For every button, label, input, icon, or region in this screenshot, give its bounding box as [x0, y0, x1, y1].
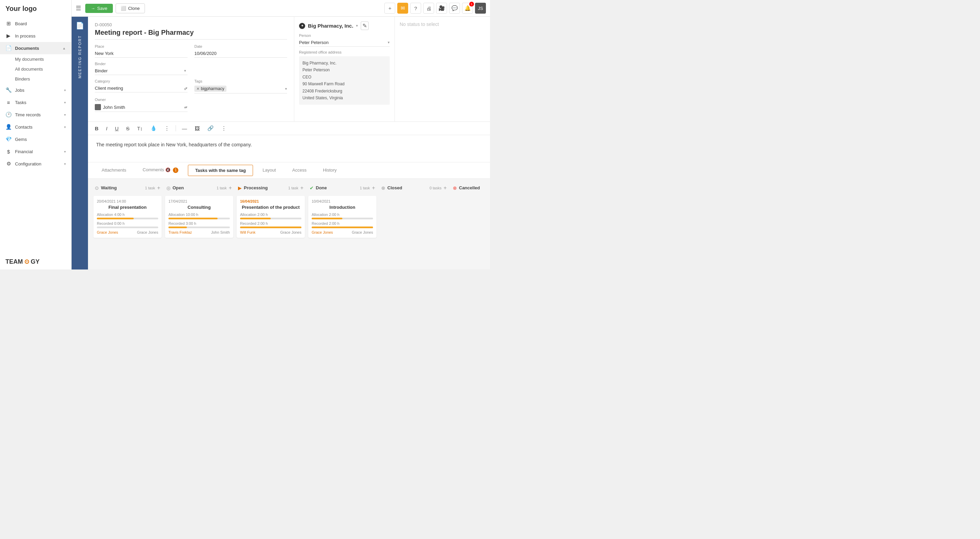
company-edit-icon[interactable]: ✎	[361, 21, 369, 30]
minus-button[interactable]: —	[181, 125, 189, 132]
kanban-col-header: ✔ Done 1 task +	[308, 183, 377, 193]
col-add-icon[interactable]: +	[372, 185, 375, 191]
menu-icon[interactable]: ☰	[76, 5, 81, 12]
card-title: Presentation of the product	[240, 205, 301, 210]
col-add-icon[interactable]: +	[301, 185, 304, 191]
editor-content[interactable]: The meeting report took place in New Yor…	[88, 135, 490, 163]
company-dot-icon: ✦	[299, 23, 305, 29]
card-person-left[interactable]: Travis Freklaz	[169, 230, 192, 234]
sidebar-item-timerecords[interactable]: 🕐 Time records ▾	[0, 108, 71, 121]
sidebar-item-label: Financial	[15, 149, 33, 154]
tag-remove-icon[interactable]: ✕	[196, 87, 199, 91]
mail-button[interactable]: ✉	[397, 3, 408, 14]
date-input[interactable]	[194, 49, 287, 57]
text-size-button[interactable]: T↕	[136, 125, 144, 132]
clone-icon: ⬜	[121, 6, 126, 11]
col-count: 1 task	[145, 186, 155, 190]
tab-tasks-same-tag[interactable]: Tasks with the same tag	[188, 165, 253, 176]
board-icon: ⊞	[5, 21, 11, 27]
tab-access[interactable]: Access	[284, 163, 315, 178]
sidebar-item-tasks[interactable]: ≡ Tasks ▾	[0, 96, 71, 108]
tab-layout[interactable]: Layout	[255, 163, 284, 178]
card-person-left[interactable]: Grace Jones	[97, 230, 118, 234]
app-logo: Your logo	[0, 0, 71, 18]
place-input[interactable]	[95, 49, 188, 57]
card-person-left[interactable]: Will Funk	[240, 230, 255, 234]
binder-select[interactable]: Binder	[95, 67, 188, 75]
sidebar-item-gems[interactable]: 💎 Gems	[0, 133, 71, 145]
card-alloc-label: Allocation 2:00 h	[240, 212, 301, 217]
bold-button[interactable]: B	[94, 125, 100, 132]
col-title: Cancelled	[459, 185, 480, 190]
help-button[interactable]: ?	[410, 3, 421, 14]
kanban-card[interactable]: 16/04/2021 Presentation of the product A…	[237, 196, 305, 238]
col-status-icon: ◎	[166, 185, 170, 191]
sidebar-item-jobs[interactable]: 🔧 Jobs ▾	[0, 84, 71, 96]
sidebar-item-inprocess[interactable]: ▶ In process	[0, 30, 71, 42]
content-area: 📄 MEETING REPORT D-00050 Meeting report …	[72, 17, 490, 270]
sidebar-item-alldocs[interactable]: All documents	[15, 64, 71, 74]
chat-button[interactable]: 💬	[449, 3, 460, 14]
sidebar-item-mydocs[interactable]: My documents	[15, 54, 71, 64]
place-label: Place	[95, 45, 188, 48]
sidebar-item-documents[interactable]: 📄 Documents ▲	[0, 42, 71, 54]
card-alloc-label: Allocation 4:00 h	[97, 212, 158, 217]
kanban-card[interactable]: 17/04/2021 Consulting Allocation 10:00 h…	[165, 196, 233, 238]
sidebar-item-label: Documents	[15, 46, 39, 51]
video-button[interactable]: 🎥	[436, 3, 447, 14]
teamogy-logo: TEAM⊙GY	[5, 258, 66, 265]
underline-button[interactable]: U	[113, 125, 120, 132]
no-status-panel: No status to select	[395, 17, 490, 121]
color-button[interactable]: 💧	[149, 124, 158, 132]
notification-button[interactable]: 🔔 1	[462, 3, 473, 14]
card-rec-bar	[97, 226, 158, 228]
address-box: Big Pharmacy, Inc. Peter Peterson CEO 90…	[299, 56, 390, 105]
company-header: ✦ Big Pharmacy, Inc. ▾ ✎	[299, 21, 390, 30]
inprocess-icon: ▶	[5, 33, 11, 39]
image-button[interactable]: 🖼	[193, 125, 201, 132]
link-button[interactable]: 🔗	[206, 124, 215, 132]
owner-value: John Smith	[103, 105, 125, 110]
col-status-icon: ✔	[310, 185, 314, 191]
more-button[interactable]: ⋮	[220, 124, 228, 132]
tab-comments[interactable]: Comments 🔇 1	[134, 163, 186, 179]
col-title: Closed	[387, 185, 402, 190]
tags-field: Tags ✕ bigpharmacy ▾	[194, 79, 287, 94]
italic-button[interactable]: I	[105, 125, 109, 132]
clone-button[interactable]: ⬜ Clone	[116, 3, 145, 13]
kanban-card[interactable]: 10/04/2021 Introduction Allocation 2:00 …	[308, 196, 377, 238]
more-format-button[interactable]: ⋮	[163, 124, 171, 132]
sidebar-item-label: Time records	[15, 112, 41, 117]
col-add-icon[interactable]: +	[157, 185, 160, 191]
avatar[interactable]: JS	[475, 3, 486, 14]
card-alloc-bar	[240, 218, 301, 219]
sidebar-item-financial[interactable]: $ Financial ▾	[0, 145, 71, 158]
card-title: Introduction	[312, 205, 373, 210]
address-line-5: 22408 Fredericksburg	[302, 88, 387, 94]
col-add-icon[interactable]: +	[229, 185, 232, 191]
sidebar-item-configuration[interactable]: ⚙ Configuration ▾	[0, 158, 71, 170]
save-button[interactable]: → Save	[85, 4, 113, 13]
doc-tab-label[interactable]: MEETING REPORT	[76, 32, 83, 81]
col-add-icon[interactable]: +	[444, 185, 447, 191]
binder-field: Binder Binder	[95, 62, 188, 75]
card-person-left[interactable]: Grace Jones	[312, 230, 333, 234]
save-icon: →	[91, 6, 95, 11]
date-label: Date	[194, 45, 287, 48]
add-button[interactable]: ＋	[384, 3, 395, 14]
kanban-column-closed: ⊗ Closed 0 tasks +	[380, 183, 448, 196]
company-dropdown-icon[interactable]: ▾	[356, 24, 358, 28]
kanban-card[interactable]: 20/04/2021 14:00 Final presentation Allo…	[94, 196, 162, 238]
sidebar-item-board[interactable]: ⊞ Board	[0, 18, 71, 30]
card-alloc-label: Allocation 2:00 h	[312, 212, 373, 217]
sidebar-item-binders[interactable]: Binders	[15, 74, 71, 84]
tab-attachments[interactable]: Attachments	[94, 163, 134, 178]
kanban-column-done: ✔ Done 1 task + 10/04/2021 Introduction …	[308, 183, 377, 241]
strikethrough-button[interactable]: S	[125, 125, 131, 132]
card-title: Final presentation	[97, 205, 158, 210]
print-button[interactable]: 🖨	[423, 3, 434, 14]
sidebar-item-contacts[interactable]: 👤 Contacts ▾	[0, 121, 71, 133]
card-footer: Grace Jones Grace Jones	[312, 230, 373, 234]
tab-history[interactable]: History	[315, 163, 345, 178]
doc-right-panel: ✦ Big Pharmacy, Inc. ▾ ✎ Person Peter Pe…	[294, 17, 395, 121]
